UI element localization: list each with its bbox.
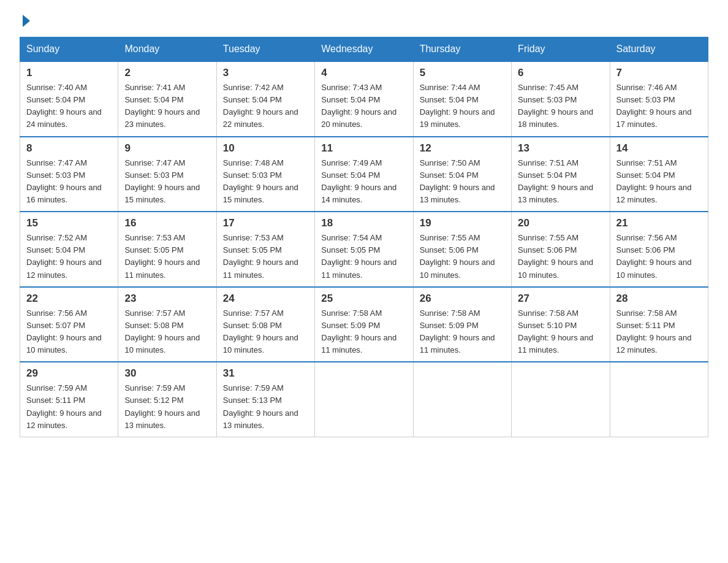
- calendar-week-4: 22Sunrise: 7:56 AMSunset: 5:07 PMDayligh…: [20, 287, 708, 362]
- calendar-cell: 11Sunrise: 7:49 AMSunset: 5:04 PMDayligh…: [315, 137, 413, 212]
- calendar-cell: [610, 362, 708, 437]
- calendar-cell: 9Sunrise: 7:47 AMSunset: 5:03 PMDaylight…: [118, 137, 216, 212]
- day-number: 10: [223, 142, 308, 155]
- day-info: Sunrise: 7:55 AMSunset: 5:06 PMDaylight:…: [420, 232, 505, 282]
- calendar-week-1: 1Sunrise: 7:40 AMSunset: 5:04 PMDaylight…: [20, 61, 708, 137]
- day-number: 24: [223, 293, 308, 305]
- day-info: Sunrise: 7:57 AMSunset: 5:08 PMDaylight:…: [124, 307, 210, 357]
- day-info: Sunrise: 7:57 AMSunset: 5:08 PMDaylight:…: [223, 307, 308, 357]
- calendar-cell: 16Sunrise: 7:53 AMSunset: 5:05 PMDayligh…: [118, 212, 216, 287]
- day-number: 28: [616, 293, 702, 305]
- day-number: 25: [321, 293, 406, 305]
- day-info: Sunrise: 7:51 AMSunset: 5:04 PMDaylight:…: [518, 157, 603, 207]
- day-number: 23: [124, 293, 210, 305]
- calendar-cell: 31Sunrise: 7:59 AMSunset: 5:13 PMDayligh…: [216, 362, 314, 437]
- day-info: Sunrise: 7:58 AMSunset: 5:10 PMDaylight:…: [518, 307, 603, 357]
- day-info: Sunrise: 7:59 AMSunset: 5:12 PMDaylight:…: [124, 382, 210, 432]
- day-info: Sunrise: 7:53 AMSunset: 5:05 PMDaylight:…: [223, 232, 308, 282]
- day-number: 20: [518, 217, 603, 229]
- day-number: 15: [26, 217, 112, 229]
- page-header: [20, 15, 708, 27]
- day-number: 2: [124, 67, 210, 79]
- calendar-cell: 29Sunrise: 7:59 AMSunset: 5:11 PMDayligh…: [20, 362, 118, 437]
- calendar-cell: 18Sunrise: 7:54 AMSunset: 5:05 PMDayligh…: [315, 212, 413, 287]
- header-monday: Monday: [118, 37, 216, 62]
- header-thursday: Thursday: [413, 37, 511, 62]
- calendar-cell: [413, 362, 511, 437]
- day-info: Sunrise: 7:47 AMSunset: 5:03 PMDaylight:…: [26, 157, 112, 207]
- day-info: Sunrise: 7:51 AMSunset: 5:04 PMDaylight:…: [616, 157, 702, 207]
- day-number: 30: [124, 367, 210, 380]
- header-saturday: Saturday: [610, 37, 708, 62]
- day-number: 8: [26, 142, 112, 155]
- calendar-cell: 30Sunrise: 7:59 AMSunset: 5:12 PMDayligh…: [118, 362, 216, 437]
- calendar-cell: 19Sunrise: 7:55 AMSunset: 5:06 PMDayligh…: [413, 212, 511, 287]
- day-number: 9: [124, 142, 210, 155]
- day-info: Sunrise: 7:55 AMSunset: 5:06 PMDaylight:…: [518, 232, 603, 282]
- day-info: Sunrise: 7:58 AMSunset: 5:11 PMDaylight:…: [616, 307, 702, 357]
- header-wednesday: Wednesday: [315, 37, 413, 62]
- day-info: Sunrise: 7:58 AMSunset: 5:09 PMDaylight:…: [420, 307, 505, 357]
- calendar-cell: [315, 362, 413, 437]
- day-info: Sunrise: 7:53 AMSunset: 5:05 PMDaylight:…: [124, 232, 210, 282]
- day-info: Sunrise: 7:40 AMSunset: 5:04 PMDaylight:…: [26, 82, 112, 131]
- day-info: Sunrise: 7:44 AMSunset: 5:04 PMDaylight:…: [420, 82, 505, 131]
- day-number: 31: [223, 367, 308, 380]
- calendar-cell: 20Sunrise: 7:55 AMSunset: 5:06 PMDayligh…: [512, 212, 610, 287]
- day-info: Sunrise: 7:56 AMSunset: 5:06 PMDaylight:…: [616, 232, 702, 282]
- day-info: Sunrise: 7:46 AMSunset: 5:03 PMDaylight:…: [616, 82, 702, 131]
- calendar-cell: 27Sunrise: 7:58 AMSunset: 5:10 PMDayligh…: [512, 287, 610, 362]
- calendar-cell: 13Sunrise: 7:51 AMSunset: 5:04 PMDayligh…: [512, 137, 610, 212]
- day-info: Sunrise: 7:59 AMSunset: 5:13 PMDaylight:…: [223, 382, 308, 432]
- calendar-table: SundayMondayTuesdayWednesdayThursdayFrid…: [20, 37, 708, 437]
- day-info: Sunrise: 7:52 AMSunset: 5:04 PMDaylight:…: [26, 232, 112, 282]
- calendar-cell: 2Sunrise: 7:41 AMSunset: 5:04 PMDaylight…: [118, 61, 216, 137]
- day-number: 17: [223, 217, 308, 229]
- calendar-cell: 4Sunrise: 7:43 AMSunset: 5:04 PMDaylight…: [315, 61, 413, 137]
- calendar-cell: 5Sunrise: 7:44 AMSunset: 5:04 PMDaylight…: [413, 61, 511, 137]
- day-number: 7: [616, 67, 702, 79]
- day-number: 21: [616, 217, 702, 229]
- day-info: Sunrise: 7:50 AMSunset: 5:04 PMDaylight:…: [420, 157, 505, 207]
- calendar-cell: 14Sunrise: 7:51 AMSunset: 5:04 PMDayligh…: [610, 137, 708, 212]
- day-number: 14: [616, 142, 702, 155]
- calendar-header-row: SundayMondayTuesdayWednesdayThursdayFrid…: [20, 37, 708, 62]
- logo-general-text: [20, 15, 30, 27]
- day-number: 19: [420, 217, 505, 229]
- header-sunday: Sunday: [20, 37, 118, 62]
- day-info: Sunrise: 7:45 AMSunset: 5:03 PMDaylight:…: [518, 82, 603, 131]
- calendar-cell: 8Sunrise: 7:47 AMSunset: 5:03 PMDaylight…: [20, 137, 118, 212]
- day-info: Sunrise: 7:41 AMSunset: 5:04 PMDaylight:…: [124, 82, 210, 131]
- calendar-cell: [512, 362, 610, 437]
- calendar-week-2: 8Sunrise: 7:47 AMSunset: 5:03 PMDaylight…: [20, 137, 708, 212]
- day-info: Sunrise: 7:42 AMSunset: 5:04 PMDaylight:…: [223, 82, 308, 131]
- calendar-cell: 7Sunrise: 7:46 AMSunset: 5:03 PMDaylight…: [610, 61, 708, 137]
- day-number: 1: [26, 67, 112, 79]
- day-number: 6: [518, 67, 603, 79]
- calendar-cell: 24Sunrise: 7:57 AMSunset: 5:08 PMDayligh…: [216, 287, 314, 362]
- header-friday: Friday: [512, 37, 610, 62]
- day-info: Sunrise: 7:49 AMSunset: 5:04 PMDaylight:…: [321, 157, 406, 207]
- day-info: Sunrise: 7:56 AMSunset: 5:07 PMDaylight:…: [26, 307, 112, 357]
- calendar-cell: 22Sunrise: 7:56 AMSunset: 5:07 PMDayligh…: [20, 287, 118, 362]
- day-info: Sunrise: 7:47 AMSunset: 5:03 PMDaylight:…: [124, 157, 210, 207]
- logo-arrow-icon: [23, 15, 30, 27]
- calendar-week-5: 29Sunrise: 7:59 AMSunset: 5:11 PMDayligh…: [20, 362, 708, 437]
- day-number: 13: [518, 142, 603, 155]
- day-number: 27: [518, 293, 603, 305]
- calendar-week-3: 15Sunrise: 7:52 AMSunset: 5:04 PMDayligh…: [20, 212, 708, 287]
- day-info: Sunrise: 7:59 AMSunset: 5:11 PMDaylight:…: [26, 382, 112, 432]
- header-tuesday: Tuesday: [216, 37, 314, 62]
- calendar-cell: 21Sunrise: 7:56 AMSunset: 5:06 PMDayligh…: [610, 212, 708, 287]
- calendar-cell: 6Sunrise: 7:45 AMSunset: 5:03 PMDaylight…: [512, 61, 610, 137]
- day-info: Sunrise: 7:48 AMSunset: 5:03 PMDaylight:…: [223, 157, 308, 207]
- calendar-cell: 15Sunrise: 7:52 AMSunset: 5:04 PMDayligh…: [20, 212, 118, 287]
- day-number: 4: [321, 67, 406, 79]
- calendar-cell: 25Sunrise: 7:58 AMSunset: 5:09 PMDayligh…: [315, 287, 413, 362]
- day-number: 26: [420, 293, 505, 305]
- day-info: Sunrise: 7:43 AMSunset: 5:04 PMDaylight:…: [321, 82, 406, 131]
- calendar-cell: 10Sunrise: 7:48 AMSunset: 5:03 PMDayligh…: [216, 137, 314, 212]
- day-number: 11: [321, 142, 406, 155]
- day-number: 22: [26, 293, 112, 305]
- day-info: Sunrise: 7:58 AMSunset: 5:09 PMDaylight:…: [321, 307, 406, 357]
